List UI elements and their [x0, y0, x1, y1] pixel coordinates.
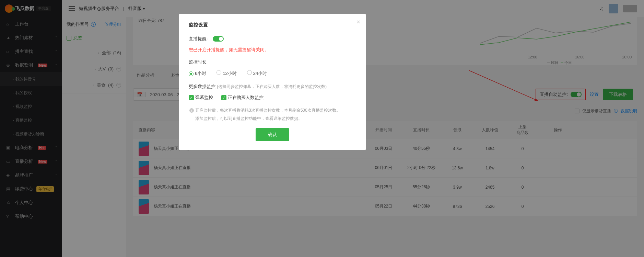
duration-24h[interactable]: 24小时 [247, 70, 267, 77]
modal-title: 监控设置 [189, 22, 356, 28]
live-remind-toggle[interactable] [213, 36, 224, 42]
remind-warning: 您已开启开播提醒，如无需提醒请关闭。 [189, 47, 356, 53]
confirm-button[interactable]: 确认 [256, 128, 289, 141]
buying-checkbox[interactable]: ✓正在购买人数监控 [221, 94, 264, 101]
danmu-checkbox[interactable]: ✓弹幕监控 [189, 94, 213, 101]
duration-12h[interactable]: 12小时 [216, 70, 236, 77]
modal-info: i开启监控后，每次直播将消耗3次直播监控次数，本月剩余500次直播监控次数。 添… [189, 106, 356, 123]
monitor-settings-modal: × 监控设置 直播提醒: 您已开启开播提醒，如无需提醒请关闭。 监控时长 6小时… [179, 14, 366, 150]
close-icon[interactable]: × [356, 19, 360, 26]
duration-6h[interactable]: 6小时 [189, 70, 206, 77]
